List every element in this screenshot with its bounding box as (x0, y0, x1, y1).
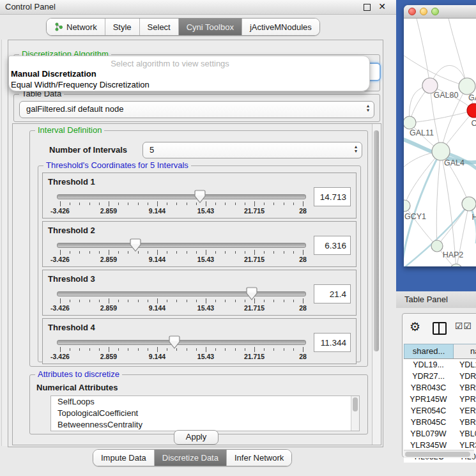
table-body: YDL19...YDL1YDR27...YDR2YBR043CYBR0YPR14… (404, 359, 476, 463)
table-panel-title: Table Panel (404, 295, 448, 304)
network-nodes: GAL80GACGAL11GAL4GCY1HHAP2 (404, 78, 476, 266)
attribute-item[interactable]: TopologicalCoefficient (51, 408, 359, 419)
number-of-intervals-combobox[interactable]: 5 ▴▾ (142, 142, 362, 158)
table-panel-body: ⚙ ☑☑ shared... na YDL19...YDL1YDR27...YD… (396, 308, 476, 476)
network-node[interactable] (431, 240, 443, 252)
threshold-slider[interactable]: -3.4262.8599.14415.4321.71528 (57, 190, 306, 217)
slider-tick-labels: -3.4262.8599.14415.4321.71528 (60, 207, 303, 215)
top-tab-bar: Network Style Select Cyni Toolbox jActiv… (46, 18, 320, 36)
network-node[interactable] (450, 264, 462, 266)
network-window-titlebar[interactable] (404, 5, 476, 19)
table-row[interactable]: YBR043CYBR0 (404, 382, 476, 394)
table-row[interactable]: YDL19...YDL1 (404, 359, 476, 371)
gear-icon[interactable]: ⚙ (410, 319, 420, 334)
close-icon[interactable]: ✕ (378, 1, 386, 12)
threshold-row: Threshold 2 -3.4262.8599.14415.4321.7152… (42, 221, 357, 267)
minimize-traffic-light-icon[interactable] (420, 8, 427, 15)
column-header-name[interactable]: na (454, 344, 476, 358)
right-pane: GAL80GACGAL11GAL4GCY1HHAP2 Table Panel ⚙… (396, 0, 476, 476)
network-node[interactable] (404, 200, 410, 211)
tab-impute-data-label: Impute Data (101, 453, 146, 463)
threshold-row: Threshold 4 -3.4262.8599.14415.4321.7152… (42, 318, 357, 364)
network-node[interactable] (404, 116, 416, 129)
column-header-shared[interactable]: shared... (404, 344, 454, 358)
cyni-toolbox-panel: Discretization Algorithm Table Data galF… (8, 40, 383, 447)
numerical-attributes-list[interactable]: SelfLoopsTopologicalCoefficientBetweenne… (50, 395, 360, 431)
threshold-value-box[interactable]: 14.713 (314, 187, 351, 206)
tab-style[interactable]: Style (105, 19, 139, 35)
slider-tick-labels: -3.4262.8599.14415.4321.71528 (60, 304, 303, 312)
thresholds-group: Threshold's Coordinates for 5 Intervals … (38, 165, 361, 362)
tab-discretize-data[interactable]: Discretize Data (154, 450, 226, 466)
algorithm-option-manual[interactable]: Manual Discretization (11, 69, 96, 79)
thresholds-group-title: Threshold's Coordinates for 5 Intervals (43, 160, 191, 170)
zoom-traffic-light-icon[interactable] (431, 8, 439, 15)
table-data-combobox[interactable]: galFiltered.sif default node ▴▾ (19, 101, 374, 118)
slider-ticks (60, 347, 303, 352)
tab-impute-data[interactable]: Impute Data (93, 450, 154, 466)
network-canvas[interactable]: GAL80GACGAL11GAL4GCY1HHAP2 (404, 19, 476, 266)
threshold-label: Threshold 2 (48, 226, 95, 235)
table-horizontal-scrollbar[interactable] (404, 450, 474, 458)
threshold-list: Threshold 1 -3.4262.8599.14415.4321.7152… (42, 173, 357, 364)
threshold-slider[interactable]: -3.4262.8599.14415.4321.71528 (57, 287, 306, 314)
threshold-value-box[interactable]: 6.316 (314, 236, 351, 255)
network-node-label: GA (468, 93, 476, 102)
table-row[interactable]: YBL079WYBL0 (404, 428, 476, 440)
attributes-scrollbar[interactable] (351, 396, 359, 431)
table-row[interactable]: YPR145WYPR1 (404, 394, 476, 405)
tab-cyni-toolbox[interactable]: Cyni Toolbox (178, 19, 242, 35)
attribute-item[interactable]: SelfLoops (51, 396, 359, 408)
network-node-label: GCY1 (404, 212, 426, 221)
close-traffic-light-icon[interactable] (408, 8, 416, 15)
network-node-label: GAL11 (410, 128, 434, 137)
tab-jactivemnodules[interactable]: jActiveMNodules (242, 19, 319, 35)
slider-thumb[interactable] (169, 335, 180, 349)
threshold-slider[interactable]: -3.4262.8599.14415.4321.71528 (57, 335, 306, 362)
control-panel-title: Control Panel (5, 2, 56, 12)
tab-select-label: Select (148, 22, 171, 32)
split-columns-icon[interactable] (433, 322, 447, 335)
tab-infer-network-label: Infer Network (234, 453, 284, 463)
algorithm-option-equal-width[interactable]: Equal Width/Frequency Discretization (11, 80, 150, 89)
slider-ticks (60, 298, 303, 303)
slider-thumb[interactable] (246, 287, 257, 301)
network-icon (54, 22, 63, 31)
combo-arrows-icon: ▴▾ (367, 104, 369, 112)
interval-definition-title: Interval Definition (35, 125, 104, 135)
tab-network-label: Network (66, 22, 97, 32)
threshold-value-box[interactable]: 11.344 (314, 333, 351, 352)
table-header-row: shared... na (404, 344, 476, 359)
tab-style-label: Style (113, 22, 132, 32)
number-of-intervals-label: Number of Intervals (49, 145, 127, 155)
float-window-icon[interactable] (364, 4, 371, 11)
interval-definition-group: Interval Definition Number of Intervals … (29, 130, 368, 367)
slider-thumb[interactable] (130, 238, 141, 252)
network-node-label: HAP2 (443, 250, 464, 259)
network-node[interactable] (462, 197, 476, 211)
table-row[interactable]: YER054CYER0 (404, 405, 476, 417)
threshold-row: Threshold 1 -3.4262.8599.14415.4321.7152… (42, 173, 357, 219)
network-node[interactable] (459, 78, 475, 95)
settings-scrollpane: Interval Definition Number of Intervals … (12, 123, 381, 445)
control-panel-titlebar: Control Panel ✕ (0, 0, 396, 15)
threshold-slider[interactable]: -3.4262.8599.14415.4321.71528 (57, 238, 306, 265)
apply-button[interactable]: Apply (174, 430, 219, 445)
table-row[interactable]: YBR045CYBR0 (404, 417, 476, 428)
tab-network[interactable]: Network (47, 19, 105, 35)
attributes-group-title: Attributes to discretize (35, 369, 122, 379)
table-row[interactable]: YDR27...YDR2 (404, 371, 476, 382)
threshold-label: Threshold 4 (48, 323, 95, 332)
network-node[interactable] (432, 142, 450, 160)
attribute-item[interactable]: BetweennessCentrality (51, 419, 359, 431)
bottom-tab-bar: Impute Data Discretize Data Infer Networ… (93, 449, 292, 466)
threshold-value-box[interactable]: 21.4 (314, 284, 351, 303)
tab-select[interactable]: Select (139, 19, 178, 35)
slider-thumb[interactable] (194, 190, 206, 204)
network-node-label: GAL80 (434, 91, 459, 100)
settings-vertical-scrollbar[interactable] (372, 124, 381, 445)
checkbox-icons[interactable]: ☑☑ (455, 321, 472, 331)
table-data-value: galFiltered.sif default node (26, 104, 123, 114)
tab-jactivemnodules-label: jActiveMNodules (250, 22, 312, 32)
tab-infer-network[interactable]: Infer Network (226, 450, 291, 466)
